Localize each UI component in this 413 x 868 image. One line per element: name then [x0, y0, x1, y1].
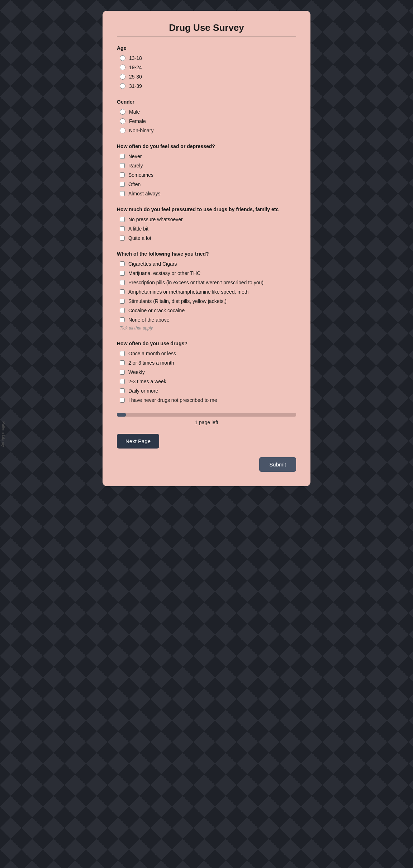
frequency-option-daily[interactable]: Daily or more: [120, 388, 296, 394]
age-option-31-39-label: 31-39: [129, 83, 142, 89]
pressure-checkbox-little-bit[interactable]: [120, 226, 125, 231]
gender-label: Gender: [117, 99, 296, 105]
frequency-checkbox-weekly[interactable]: [120, 370, 125, 375]
depression-checkbox-sometimes[interactable]: [120, 172, 125, 177]
frequency-option-never[interactable]: I have never drugs not prescribed to me: [120, 397, 296, 403]
frequency-checkbox-once-month[interactable]: [120, 351, 125, 356]
frequency-option-never-label: I have never drugs not prescribed to me: [128, 397, 217, 403]
pressure-option-no-pressure[interactable]: No pressure whatsoever: [120, 217, 296, 222]
tried-option-cocaine-label: Cocaine or crack cocaine: [128, 308, 185, 313]
depression-option-often-label: Often: [128, 181, 141, 187]
depression-checkbox-rarely[interactable]: [120, 163, 125, 168]
depression-option-almost-always[interactable]: Almost always: [120, 191, 296, 196]
depression-checkbox-never[interactable]: [120, 154, 125, 159]
frequency-option-2-3-month[interactable]: 2 or 3 times a month: [120, 360, 296, 366]
submit-button[interactable]: Submit: [259, 457, 296, 472]
next-page-button[interactable]: Next Page: [117, 434, 159, 449]
frequency-options: Once a month or less 2 or 3 times a mont…: [117, 351, 296, 403]
pressure-option-little-bit-label: A little bit: [128, 226, 148, 232]
pressure-checkbox-no-pressure[interactable]: [120, 217, 125, 222]
age-section: Age 13-18 19-24 25-30 31-39: [117, 45, 296, 89]
gender-options: Male Female Non-binary: [117, 109, 296, 133]
tried-option-cigarettes[interactable]: Cigarettes and Cigars: [120, 261, 296, 267]
depression-option-rarely[interactable]: Rarely: [120, 163, 296, 169]
depression-checkbox-often[interactable]: [120, 182, 125, 187]
gender-option-nonbinary-label: Non-binary: [129, 128, 153, 133]
frequency-option-2-3-week-label: 2-3 times a week: [128, 379, 166, 384]
pressure-option-little-bit[interactable]: A little bit: [120, 226, 296, 232]
progress-label: 1 page left: [117, 419, 296, 425]
pressure-option-quite-a-lot-label: Quite a lot: [128, 235, 151, 241]
depression-option-sometimes[interactable]: Sometimes: [120, 172, 296, 178]
age-option-19-24-label: 19-24: [129, 65, 142, 70]
tried-option-marijuana-label: Marijuana, ecstasy or other THC: [128, 270, 200, 276]
gender-option-nonbinary[interactable]: Non-binary: [120, 128, 296, 133]
pressure-label: How much do you feel pressured to use dr…: [117, 207, 296, 212]
tried-option-prescription[interactable]: Prescription pills (in excess or that we…: [120, 280, 296, 285]
age-option-13-18[interactable]: 13-18: [120, 55, 296, 61]
pressure-checkbox-quite-a-lot[interactable]: [120, 236, 125, 241]
frequency-checkbox-2-3-week[interactable]: [120, 379, 125, 384]
frequency-section: How often do you use drugs? Once a month…: [117, 341, 296, 403]
tried-option-prescription-label: Prescription pills (in excess or that we…: [128, 280, 264, 285]
tried-checkbox-marijuana[interactable]: [120, 271, 125, 276]
age-radio-25-30[interactable]: [120, 74, 125, 80]
depression-section: How often do you feel sad or depressed? …: [117, 143, 296, 196]
frequency-option-weekly-label: Weekly: [128, 369, 145, 375]
depression-checkbox-almost-always[interactable]: [120, 191, 125, 196]
frequency-option-2-3-week[interactable]: 2-3 times a week: [120, 379, 296, 384]
tried-checkbox-none[interactable]: [120, 317, 125, 322]
tried-checkbox-amphetamines[interactable]: [120, 289, 125, 294]
age-option-25-30[interactable]: 25-30: [120, 74, 296, 80]
tried-option-none-label: None of the above: [128, 317, 169, 323]
frequency-checkbox-never[interactable]: [120, 398, 125, 403]
age-option-31-39[interactable]: 31-39: [120, 83, 296, 89]
depression-options: Never Rarely Sometimes Often Almost alwa…: [117, 153, 296, 196]
age-option-25-30-label: 25-30: [129, 74, 142, 80]
depression-option-never-label: Never: [128, 153, 142, 159]
gender-radio-male[interactable]: [120, 109, 125, 115]
age-option-13-18-label: 13-18: [129, 55, 142, 61]
gender-option-male[interactable]: Male: [120, 109, 296, 115]
tried-checkbox-cocaine[interactable]: [120, 308, 125, 313]
frequency-option-once-month-label: Once a month or less: [128, 351, 176, 356]
tried-option-amphetamines[interactable]: Amphetamines or methamphetamine like spe…: [120, 289, 296, 295]
tried-option-marijuana[interactable]: Marijuana, ecstasy or other THC: [120, 270, 296, 276]
gender-radio-female[interactable]: [120, 118, 125, 124]
depression-option-never[interactable]: Never: [120, 153, 296, 159]
tried-label: Which of the following have you tried?: [117, 251, 296, 257]
age-radio-19-24[interactable]: [120, 65, 125, 70]
frequency-option-daily-label: Daily or more: [128, 388, 158, 394]
pressure-option-quite-a-lot[interactable]: Quite a lot: [120, 235, 296, 241]
tried-checkbox-prescription[interactable]: [120, 280, 125, 285]
tried-option-stimulants-label: Stimulants (Ritalin, diet pills, yellow …: [128, 298, 227, 304]
age-label: Age: [117, 45, 296, 51]
page-title: Drug Use Survey: [117, 22, 296, 33]
tried-option-cigarettes-label: Cigarettes and Cigars: [128, 261, 177, 267]
age-radio-31-39[interactable]: [120, 83, 125, 89]
gender-radio-nonbinary[interactable]: [120, 128, 125, 133]
tried-hint: Tick all that apply: [117, 326, 296, 331]
title-divider: [117, 36, 296, 37]
frequency-option-once-month[interactable]: Once a month or less: [120, 351, 296, 356]
tried-option-stimulants[interactable]: Stimulants (Ritalin, diet pills, yellow …: [120, 298, 296, 304]
gender-option-female-label: Female: [129, 118, 146, 124]
tried-option-none[interactable]: None of the above: [120, 317, 296, 323]
pattern-library-label: Pattern Library: [0, 418, 7, 450]
survey-card: Drug Use Survey Age 13-18 19-24 25-30 31…: [103, 11, 310, 486]
gender-option-female[interactable]: Female: [120, 118, 296, 124]
progress-bar-background: [117, 413, 296, 417]
gender-section: Gender Male Female Non-binary: [117, 99, 296, 133]
frequency-checkbox-daily[interactable]: [120, 388, 125, 393]
tried-checkbox-stimulants[interactable]: [120, 299, 125, 304]
depression-label: How often do you feel sad or depressed?: [117, 143, 296, 149]
frequency-checkbox-2-3-month[interactable]: [120, 360, 125, 365]
tried-option-cocaine[interactable]: Cocaine or crack cocaine: [120, 308, 296, 313]
depression-option-almost-always-label: Almost always: [128, 191, 160, 196]
age-option-19-24[interactable]: 19-24: [120, 65, 296, 70]
age-radio-13-18[interactable]: [120, 55, 125, 61]
depression-option-often[interactable]: Often: [120, 181, 296, 187]
tried-checkbox-cigarettes[interactable]: [120, 261, 125, 266]
tried-option-amphetamines-label: Amphetamines or methamphetamine like spe…: [128, 289, 248, 295]
frequency-option-weekly[interactable]: Weekly: [120, 369, 296, 375]
